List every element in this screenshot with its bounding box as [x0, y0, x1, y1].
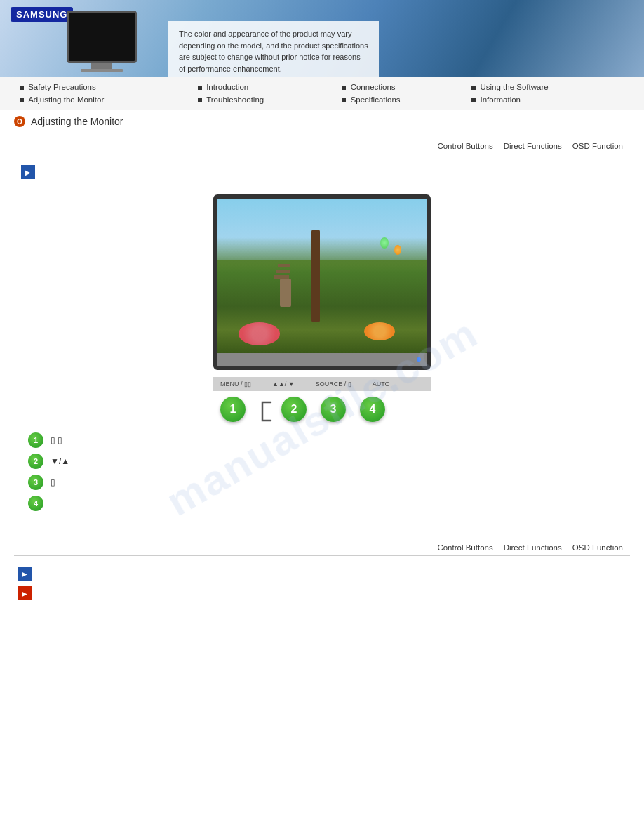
- nav-cell-connections[interactable]: Connections: [336, 81, 466, 93]
- nav-cell-information[interactable]: Information: [466, 93, 630, 106]
- monitor-graphic: [56, 11, 147, 77]
- feature-icon-1: ▯ ▯: [51, 435, 65, 445]
- section2-arrow-red: ▶: [18, 586, 630, 600]
- control-strip-wrapper: MENU / ▯▯ ▲▲/ ▼ SOURCE / ▯ AUTO: [14, 377, 630, 391]
- nav-item-connections[interactable]: Connections: [351, 83, 396, 91]
- ctrl-label-menu: MENU / ▯▯: [220, 380, 251, 388]
- page-title-bar: O Adjusting the Monitor: [0, 110, 644, 131]
- control-strip: MENU / ▯▯ ▲▲/ ▼ SOURCE / ▯ AUTO: [213, 377, 431, 391]
- monitor-bottom-bar: [217, 353, 427, 366]
- arrow-red-glyph: ▶: [22, 590, 27, 597]
- nav-item-adjusting[interactable]: Adjusting the Monitor: [28, 95, 104, 104]
- arrow-blue-icon: ▶: [18, 567, 32, 581]
- numbered-buttons-row: 1 2 3 4: [213, 397, 431, 422]
- nav-cell-troubleshooting[interactable]: Troubleshooting: [192, 93, 336, 106]
- nav-bullet: [20, 86, 24, 90]
- tab-osd-function[interactable]: OSD Function: [572, 142, 623, 150]
- page-title-icon: O: [14, 116, 25, 127]
- monitor-power-indicator: [417, 357, 421, 362]
- section2-indicators: ▶ ▶: [18, 567, 630, 600]
- tab-direct-functions-bottom[interactable]: Direct Functions: [504, 543, 562, 552]
- tab-osd-function-bottom[interactable]: OSD Function: [572, 543, 623, 552]
- nav-bullet: [471, 86, 476, 90]
- page-title: Adjusting the Monitor: [31, 116, 123, 127]
- nav-item-safety[interactable]: Safety Precautions: [28, 83, 96, 91]
- nav-cell-software[interactable]: Using the Software: [466, 81, 630, 93]
- feature-num-1: 1: [28, 432, 43, 448]
- nav-bar: Safety Precautions Introduction Connecti…: [0, 77, 644, 110]
- section-divider: [14, 529, 630, 529]
- nav-bullet: [198, 86, 202, 90]
- button-3[interactable]: 3: [321, 397, 346, 422]
- nav-cell-safety[interactable]: Safety Precautions: [14, 81, 192, 93]
- monitor-screen: [217, 199, 427, 353]
- button-2-group: 2: [260, 397, 307, 422]
- feature-icon-3: ▯: [51, 477, 65, 487]
- feature-icon-2: ▼/▲: [51, 456, 69, 466]
- feature-item-2: 2 ▼/▲: [28, 454, 616, 469]
- feature-item-3: 3 ▯: [28, 475, 616, 490]
- section2-arrow-blue: ▶: [18, 567, 630, 581]
- section-indicator-1: [18, 165, 630, 186]
- monitor-display-container: [14, 194, 630, 370]
- garden-flowers: [239, 322, 281, 345]
- feature-list: 1 ▯ ▯ 2 ▼/▲ 3 ▯ 4: [14, 425, 630, 518]
- nav-bullet: [471, 98, 476, 102]
- nav-bullet: [342, 86, 346, 90]
- ctrl-label-arrows: ▲▲/ ▼: [272, 380, 295, 388]
- feature-num-3: 3: [28, 475, 43, 490]
- section-arrow-icon: [21, 165, 35, 179]
- tab-direct-functions[interactable]: Direct Functions: [504, 142, 562, 150]
- tab-control-buttons[interactable]: Control Buttons: [437, 142, 492, 150]
- nav-item-troubleshooting[interactable]: Troubleshooting: [206, 95, 264, 104]
- nav-item-introduction[interactable]: Introduction: [206, 83, 248, 91]
- nav-item-information[interactable]: Information: [480, 95, 521, 104]
- feature-item-1: 1 ▯ ▯: [28, 432, 616, 448]
- nav-row-2: Adjusting the Monitor Troubleshooting Sp…: [14, 93, 630, 106]
- monitor-stand: [91, 63, 112, 69]
- buttons-row-wrapper: 1 2 3 4: [14, 391, 630, 425]
- nav-bullet: [342, 98, 346, 102]
- header-description: The color and appearance of the product …: [168, 21, 379, 77]
- feature-num-2: 2: [28, 454, 43, 469]
- pagoda-roof3: [278, 264, 290, 267]
- tab-control-buttons-bottom[interactable]: Control Buttons: [437, 543, 492, 552]
- header-banner: SAMSUNG The color and appearance of the …: [0, 0, 644, 77]
- pagoda: [280, 279, 291, 307]
- feature-num-4: 4: [28, 496, 43, 511]
- button-4[interactable]: 4: [360, 397, 385, 422]
- nav-item-specifications[interactable]: Specifications: [351, 95, 401, 104]
- nav-table: Safety Precautions Introduction Connecti…: [14, 81, 630, 106]
- feature-item-4: 4: [28, 496, 616, 511]
- tab-nav-bottom: Control Buttons Direct Functions OSD Fun…: [14, 540, 630, 556]
- monitor-screen-graphic: [67, 11, 137, 63]
- nav-cell-intro[interactable]: Introduction: [192, 81, 336, 93]
- monitor-display: [213, 194, 431, 370]
- main-content: Control Buttons Direct Functions OSD Fun…: [0, 135, 644, 614]
- ctrl-label-source: SOURCE / ▯: [316, 380, 351, 388]
- monitor-display-wrapper: [213, 194, 431, 370]
- monitor-base: [81, 69, 123, 72]
- pagoda-roof2: [276, 270, 290, 273]
- bracket-symbol: [260, 401, 279, 422]
- button-1[interactable]: 1: [220, 397, 246, 422]
- tree-trunk: [311, 230, 320, 322]
- pagoda-roof1: [274, 275, 289, 279]
- nav-bullet: [20, 98, 24, 102]
- nav-row-1: Safety Precautions Introduction Connecti…: [14, 81, 630, 93]
- tab-nav-top: Control Buttons Direct Functions OSD Fun…: [14, 138, 630, 154]
- button-2[interactable]: 2: [281, 397, 307, 422]
- control-strip-labels: MENU / ▯▯ ▲▲/ ▼ SOURCE / ▯ AUTO: [220, 380, 424, 388]
- ctrl-label-auto: AUTO: [373, 380, 390, 388]
- nav-cell-specifications[interactable]: Specifications: [336, 93, 466, 106]
- arrow-red-icon: ▶: [18, 586, 32, 600]
- nav-bullet: [198, 98, 202, 102]
- nav-cell-adjusting[interactable]: Adjusting the Monitor: [14, 93, 192, 106]
- arrow-blue-glyph: ▶: [22, 570, 27, 578]
- nav-item-software[interactable]: Using the Software: [480, 83, 548, 91]
